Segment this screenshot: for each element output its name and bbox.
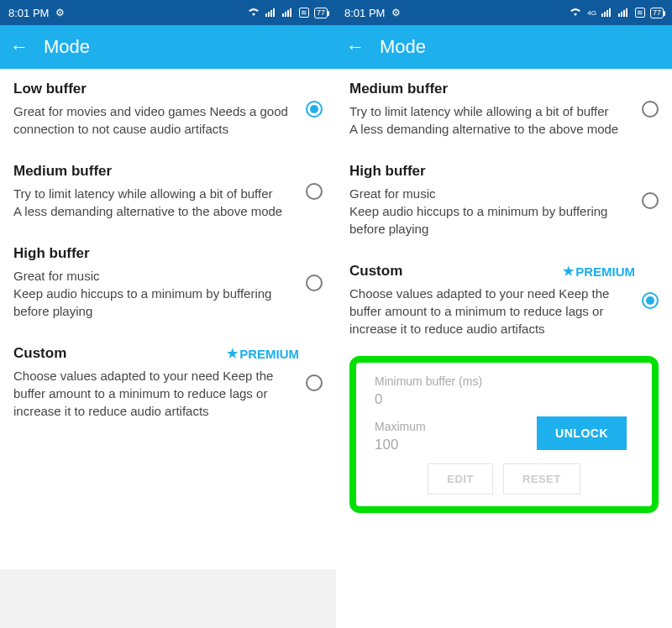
option-high-buffer[interactable]: High buffer Great for music Keep audio h…	[0, 233, 336, 333]
radio-high-buffer[interactable]	[642, 192, 659, 209]
screen-right: 8:01 PM ⚙ 4G ≋ 77 ← Mode Medium bu	[336, 0, 672, 628]
radio-custom[interactable]	[306, 374, 323, 391]
min-buffer-label: Minimum buffer (ms)	[375, 374, 633, 388]
option-title: Medium buffer	[349, 81, 448, 97]
page-title: Mode	[44, 36, 90, 58]
radio-medium-buffer[interactable]	[306, 183, 323, 200]
svg-rect-0	[265, 13, 267, 17]
premium-label: PREMIUM	[239, 347, 299, 361]
star-icon: ★	[563, 264, 574, 279]
edit-button[interactable]: EDIT	[428, 463, 493, 495]
svg-rect-1	[268, 12, 270, 17]
option-high-buffer[interactable]: High buffer Great for music Keep audio h…	[336, 151, 672, 251]
option-desc: Choose values adapted to your need Keep …	[349, 285, 635, 338]
option-desc: Great for music Keep audio hiccups to a …	[349, 185, 635, 238]
option-title: Custom	[13, 345, 66, 362]
premium-badge: ★ PREMIUM	[227, 346, 299, 361]
battery-icon: 77	[314, 8, 328, 18]
svg-rect-9	[604, 12, 606, 17]
screen-left: 8:01 PM ⚙ ≋ 77 ← Mode Low buffer	[0, 0, 336, 628]
wifi-icon	[569, 7, 582, 19]
option-medium-buffer[interactable]: Medium buffer Try to limit latency while…	[336, 69, 672, 151]
svg-rect-3	[273, 8, 275, 17]
app-bar: ← Mode	[0, 25, 336, 69]
custom-settings-card: Minimum buffer (ms) 0 Maximum 100 UNLOCK…	[349, 356, 659, 513]
svg-rect-2	[270, 10, 272, 17]
svg-rect-12	[618, 13, 620, 17]
volte-icon: ≋	[299, 8, 309, 18]
option-low-buffer[interactable]: Low buffer Great for movies and video ga…	[0, 69, 336, 151]
gear-icon: ⚙	[391, 7, 401, 18]
option-title: Custom	[349, 263, 402, 280]
option-title: Low buffer	[13, 81, 87, 97]
option-desc: Great for music Keep audio hiccups to a …	[13, 267, 299, 320]
status-time: 8:01 PM	[344, 7, 385, 19]
svg-rect-7	[290, 8, 291, 17]
radio-medium-buffer[interactable]	[642, 101, 659, 118]
min-buffer-value: 0	[375, 391, 633, 408]
options-list: Low buffer Great for movies and video ga…	[0, 69, 336, 433]
options-list: Medium buffer Try to limit latency while…	[336, 69, 672, 351]
premium-badge: ★ PREMIUM	[563, 264, 635, 279]
svg-rect-13	[621, 12, 622, 17]
premium-label: PREMIUM	[575, 264, 635, 279]
svg-rect-10	[606, 10, 608, 17]
svg-rect-14	[623, 10, 625, 17]
option-custom[interactable]: Custom ★ PREMIUM Choose values adapted t…	[0, 333, 336, 433]
radio-low-buffer[interactable]	[306, 101, 323, 118]
gear-icon: ⚙	[55, 7, 65, 18]
battery-icon: 77	[650, 8, 664, 18]
star-icon: ★	[227, 346, 238, 361]
option-desc: Try to limit latency while allowing a bi…	[349, 102, 635, 138]
wifi-icon	[247, 7, 260, 19]
radio-high-buffer[interactable]	[306, 275, 323, 291]
svg-rect-6	[287, 10, 289, 17]
footer-placeholder	[0, 569, 336, 628]
signal-icon	[601, 7, 613, 19]
option-title: Medium buffer	[13, 163, 112, 180]
reset-button[interactable]: RESET	[503, 463, 580, 495]
page-title: Mode	[380, 36, 426, 58]
unlock-button[interactable]: UNLOCK	[537, 416, 627, 450]
back-arrow-icon[interactable]: ←	[346, 36, 365, 58]
net-4g-icon: 4G	[587, 9, 596, 17]
svg-rect-4	[282, 13, 284, 17]
status-bar: 8:01 PM ⚙ 4G ≋ 77	[336, 0, 672, 25]
app-bar: ← Mode	[336, 25, 672, 69]
back-arrow-icon[interactable]: ←	[10, 36, 29, 58]
signal-icon-2	[618, 7, 630, 19]
option-title: High buffer	[349, 163, 426, 180]
option-desc: Try to limit latency while allowing a bi…	[13, 185, 299, 220]
svg-rect-15	[626, 8, 627, 17]
option-desc: Choose values adapted to your need Keep …	[13, 367, 299, 420]
status-time: 8:01 PM	[8, 7, 49, 19]
status-bar: 8:01 PM ⚙ ≋ 77	[0, 0, 336, 25]
radio-custom[interactable]	[642, 292, 659, 309]
option-desc: Great for movies and video games Needs a…	[13, 102, 299, 138]
svg-rect-11	[609, 8, 611, 17]
volte-icon: ≋	[635, 8, 645, 18]
option-custom[interactable]: Custom ★ PREMIUM Choose values adapted t…	[336, 251, 672, 351]
option-title: High buffer	[13, 245, 90, 262]
signal-icon-2	[282, 7, 294, 19]
svg-rect-5	[285, 12, 286, 17]
signal-icon	[265, 7, 277, 19]
svg-rect-8	[601, 13, 603, 17]
option-medium-buffer[interactable]: Medium buffer Try to limit latency while…	[0, 151, 336, 233]
